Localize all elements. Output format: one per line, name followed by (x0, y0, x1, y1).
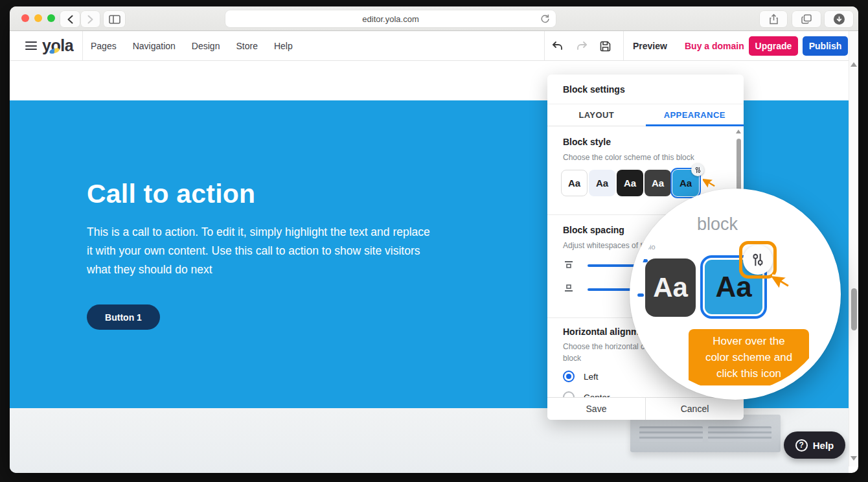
url-text: editor.yola.com (362, 14, 418, 24)
preview-button[interactable]: Preview (633, 31, 667, 60)
swatch-light[interactable]: Aa (589, 170, 615, 196)
magnified-slider-line (637, 293, 644, 297)
swatch-white[interactable]: Aa (561, 170, 588, 196)
panel-tabs: LAYOUT APPEARANCE (547, 104, 744, 126)
radio-center-label: Center (584, 393, 610, 397)
radio-left[interactable] (563, 371, 575, 382)
radio-center[interactable] (563, 391, 575, 397)
downloads-button[interactable] (825, 11, 853, 27)
tab-overview-button[interactable] (792, 11, 821, 27)
back-button[interactable] (60, 11, 80, 27)
hamburger-menu-icon[interactable] (25, 41, 37, 50)
page-scrollbar[interactable] (849, 31, 858, 466)
swatch-dark-gray[interactable]: Aa (645, 170, 671, 196)
url-bar[interactable]: editor.yola.com (225, 10, 556, 27)
panel-footer: Save Cancel (547, 397, 744, 420)
redo-icon (576, 41, 588, 52)
cursor-arrow-icon (772, 268, 795, 296)
browser-chrome: editor.yola.com (10, 6, 858, 31)
menu-item-design[interactable]: Design (192, 41, 220, 51)
copy-windows-icon (801, 14, 812, 24)
cancel-settings-button[interactable]: Cancel (646, 398, 744, 420)
coachmark-tooltip: Hover over the color scheme and click th… (689, 329, 809, 385)
help-button-label: Help (813, 440, 834, 451)
sidebar-icon (109, 15, 120, 24)
zoom-window-button[interactable] (47, 14, 55, 22)
scroll-down-arrow[interactable] (851, 456, 857, 461)
save-button[interactable] (597, 38, 613, 54)
magnified-partial-text: block (697, 214, 738, 235)
help-button[interactable]: ? Help (784, 431, 845, 459)
padding-bottom-icon (564, 283, 573, 292)
air-conditioner-image (630, 415, 781, 452)
tab-layout[interactable]: LAYOUT (547, 104, 646, 126)
magnified-swatch-dark: Aa (645, 258, 696, 317)
menu-item-store[interactable]: Store (236, 41, 257, 51)
color-scheme-swatches: Aa Aa Aa Aa Aa (561, 170, 699, 196)
swatch-settings-badge[interactable] (691, 163, 704, 176)
chevron-right-icon (87, 15, 94, 24)
floppy-save-icon (599, 40, 611, 52)
share-icon (769, 14, 779, 25)
question-mark-icon: ? (795, 439, 808, 452)
scrollbar-thumb[interactable] (851, 288, 857, 330)
panel-title: Block settings (563, 84, 625, 95)
magnified-slider-line (637, 259, 648, 262)
editor-toolbar: yola Pages Navigation Design Store Help (10, 31, 858, 61)
scroll-up-arrow[interactable] (851, 62, 857, 67)
redo-button[interactable] (574, 38, 589, 54)
cta-button[interactable]: Button 1 (87, 304, 160, 330)
forward-button[interactable] (81, 11, 100, 27)
tune-icon (694, 166, 702, 174)
publish-button[interactable]: Publish (803, 36, 848, 56)
undo-button[interactable] (549, 38, 565, 54)
magnifier-callout: block is blo Aa Aa (630, 189, 841, 400)
cta-title: Call to action (87, 179, 255, 209)
undo-icon (551, 41, 564, 52)
download-icon (834, 14, 845, 25)
upgrade-button[interactable]: Upgrade (749, 36, 798, 56)
yola-logo: yola (42, 36, 73, 55)
block-style-caption: Choose the color scheme of this block (563, 153, 694, 162)
block-style-heading: Block style (563, 137, 611, 147)
buy-domain-link[interactable]: Buy a domain (685, 31, 744, 60)
padding-top-icon (564, 260, 573, 270)
alignment-caption-line2: block (563, 354, 581, 363)
editor-menu: Pages Navigation Design Store Help (91, 31, 293, 60)
swatch-black[interactable]: Aa (617, 170, 643, 196)
block-spacing-heading: Block spacing (563, 225, 624, 235)
radio-left-label: Left (584, 372, 599, 382)
refresh-icon[interactable] (540, 14, 550, 26)
orange-highlight-box (739, 241, 777, 279)
share-button[interactable] (760, 11, 787, 27)
menu-item-navigation[interactable]: Navigation (133, 41, 176, 51)
chevron-left-icon (67, 15, 74, 24)
save-settings-button[interactable]: Save (547, 398, 645, 420)
close-window-button[interactable] (21, 14, 29, 22)
sidebar-toggle-button[interactable] (104, 11, 125, 27)
menu-item-pages[interactable]: Pages (91, 41, 117, 51)
menu-item-help[interactable]: Help (274, 41, 293, 51)
browser-window: editor.yola.com yola (10, 6, 858, 473)
active-tab-underline (646, 124, 744, 126)
cta-body: This is a call to action. To edit it, si… (87, 223, 430, 279)
tab-appearance[interactable]: APPEARANCE (646, 104, 744, 126)
minimize-window-button[interactable] (34, 14, 42, 22)
panel-scroll-up-arrow[interactable] (736, 130, 741, 133)
